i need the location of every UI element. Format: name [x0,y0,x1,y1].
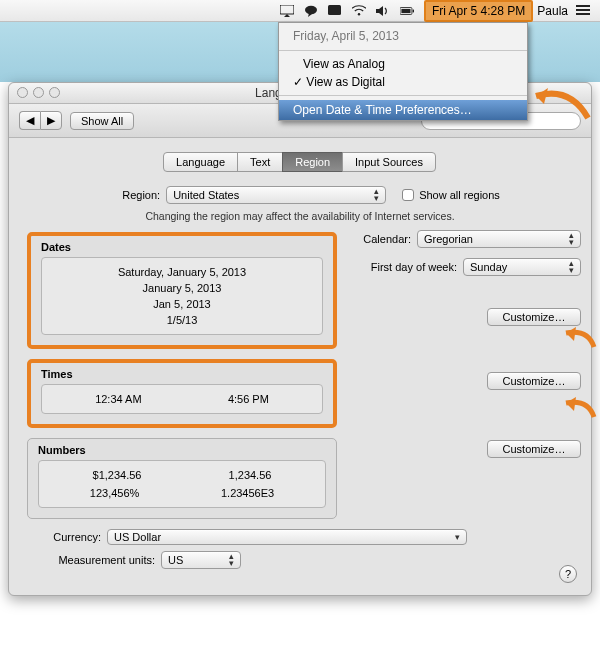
menu-bar: Fri Apr 5 4:28 PM Paula [0,0,600,22]
tab-bar: Language Text Region Input Sources [27,152,573,172]
help-button[interactable]: ? [559,565,577,583]
date-example: Saturday, January 5, 2013 [52,266,312,278]
music-icon[interactable] [328,4,342,18]
units-popup[interactable]: US▴▾ [161,551,241,569]
region-value: United States [173,189,239,201]
svg-point-12 [576,13,578,15]
units-label: Measurement units: [27,554,155,566]
svg-point-3 [358,13,360,15]
number-example: 1,234.56 [229,469,272,481]
calendar-label: Calendar: [347,233,411,245]
number-example: 1.23456E3 [221,487,274,499]
svg-rect-8 [576,9,590,11]
menu-full-date: Friday, April 5, 2013 [279,26,527,46]
tab-region[interactable]: Region [282,152,343,172]
forward-button[interactable]: ▶ [40,111,62,130]
menu-separator [279,50,527,51]
time-example: 4:56 PM [228,393,269,405]
menu-separator [279,95,527,96]
number-example: $1,234.56 [93,469,142,481]
currency-popup[interactable]: US Dollar▾ [107,529,467,545]
times-customize-button[interactable]: Customize… [487,372,581,390]
svg-rect-9 [576,13,590,15]
date-example: Jan 5, 2013 [52,298,312,310]
menu-view-digital[interactable]: View as Digital [279,73,527,91]
menu-bar-username[interactable]: Paula [537,4,568,18]
volume-icon[interactable] [376,4,390,18]
numbers-group: Numbers $1,234.56 1,234.56 123,456% 1.23… [27,438,337,519]
units-value: US [168,554,183,566]
show-all-regions-checkbox[interactable] [402,189,414,201]
show-all-regions-label: Show all regions [419,189,500,201]
svg-point-1 [305,5,317,13]
mirroring-icon[interactable] [280,4,294,18]
battery-icon[interactable] [400,4,414,18]
date-example: January 5, 2013 [52,282,312,294]
svg-rect-7 [576,5,590,7]
number-example: 123,456% [90,487,140,499]
times-group: Times 12:34 AM 4:56 PM [27,359,337,428]
calendar-popup[interactable]: Gregorian▴▾ [417,230,581,248]
language-text-window: Language & Text ◀ ▶ Show All Language Te… [8,82,592,596]
time-example: 12:34 AM [95,393,141,405]
menu-open-date-time-prefs[interactable]: Open Date & Time Preferences… [279,100,527,120]
menu-bar-clock[interactable]: Fri Apr 5 4:28 PM [424,0,533,22]
annotation-arrow [562,395,598,423]
show-all-button[interactable]: Show All [70,112,134,130]
chat-icon[interactable] [304,4,318,18]
date-example: 1/5/13 [52,314,312,326]
region-label: Region: [100,189,160,201]
first-day-value: Sunday [470,261,507,273]
dates-title: Dates [31,236,333,257]
svg-rect-6 [413,9,414,12]
first-day-label: First day of week: [347,261,457,273]
calendar-value: Gregorian [424,233,473,245]
wifi-icon[interactable] [352,4,366,18]
svg-rect-0 [280,5,294,14]
annotation-arrow [562,325,598,353]
notification-center-icon[interactable] [576,4,590,18]
back-button[interactable]: ◀ [19,111,40,130]
svg-rect-2 [328,5,341,15]
region-popup[interactable]: United States▴▾ [166,186,386,204]
dates-group: Dates Saturday, January 5, 2013 January … [27,232,337,349]
menu-view-analog[interactable]: View as Analog [279,55,527,73]
svg-point-10 [576,5,578,7]
annotation-arrow [530,84,590,126]
tab-text[interactable]: Text [237,152,283,172]
window-traffic-lights[interactable] [17,87,60,98]
region-note: Changing the region may affect the avail… [27,210,573,222]
svg-point-11 [576,9,578,11]
numbers-title: Numbers [28,439,336,460]
tab-input-sources[interactable]: Input Sources [342,152,436,172]
numbers-customize-button[interactable]: Customize… [487,440,581,458]
clock-menu: Friday, April 5, 2013 View as Analog Vie… [278,22,528,121]
first-day-popup[interactable]: Sunday▴▾ [463,258,581,276]
tab-language[interactable]: Language [163,152,238,172]
svg-rect-5 [401,8,410,12]
menu-bar-status-items [280,4,414,18]
currency-value: US Dollar [114,531,161,543]
times-title: Times [31,363,333,384]
dates-customize-button[interactable]: Customize… [487,308,581,326]
currency-label: Currency: [27,531,101,543]
